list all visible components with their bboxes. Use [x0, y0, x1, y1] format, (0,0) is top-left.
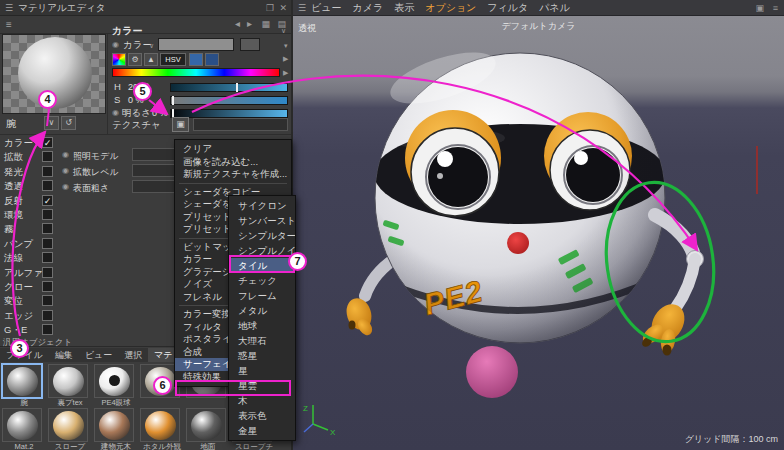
- viewport-menu-パネル[interactable]: パネル: [539, 0, 570, 16]
- viewport-menu-icon[interactable]: ☰: [298, 0, 306, 16]
- channel-checkbox-透過[interactable]: [42, 180, 53, 191]
- material-thumbnail-スロープ[interactable]: [48, 408, 88, 442]
- panel-menu-icon[interactable]: ☰: [5, 0, 13, 16]
- menu-item-画像を読み込む...[interactable]: 画像を読み込む...: [175, 156, 291, 169]
- channel-checkbox-アルファ[interactable]: [42, 267, 53, 278]
- submenu-item-チェック[interactable]: チェック: [229, 273, 295, 288]
- toolbar-menu-icon[interactable]: ≡: [6, 16, 12, 34]
- hue-slider[interactable]: [170, 83, 288, 92]
- submenu-item-サイクロン[interactable]: サイクロン: [229, 198, 295, 213]
- browser-tab-ビュー[interactable]: ビュー: [79, 348, 118, 362]
- browser-tab-選択[interactable]: 選択: [118, 348, 148, 362]
- expand-right-icon[interactable]: ▶: [283, 55, 288, 63]
- material-thumbnail-cell: スロープ: [48, 408, 92, 450]
- section-collapse-icon[interactable]: ∨: [281, 27, 286, 35]
- viewport-menu-ビュー[interactable]: ビュー: [311, 0, 341, 16]
- channel-checkbox-環境[interactable]: [42, 209, 53, 220]
- viewport-menu-オプション[interactable]: オプション: [425, 0, 476, 16]
- channel-checkbox-霧[interactable]: [42, 223, 53, 234]
- texture-picker-button[interactable]: ▣: [172, 117, 189, 132]
- back-icon[interactable]: ◂: [235, 16, 240, 32]
- swatch-menu-icon[interactable]: ▾: [284, 42, 288, 50]
- viewport-options-icon[interactable]: ≡: [773, 0, 778, 16]
- axis-gizmo: Z X: [299, 398, 343, 442]
- annotation-badge-3: 3: [10, 339, 29, 358]
- color-swatch[interactable]: [158, 38, 234, 51]
- channel-checkbox-エッジ[interactable]: [42, 310, 53, 321]
- forward-icon[interactable]: ▸: [247, 16, 252, 32]
- robot-lower-body: [466, 346, 518, 398]
- brightness-radio-icon[interactable]: ◉: [112, 108, 119, 117]
- color-dropdown-icon[interactable]: ∨: [149, 42, 154, 50]
- robot-model: PE2: [293, 16, 784, 450]
- panel-float-icon[interactable]: ❐: [266, 0, 274, 16]
- channel-checkbox-G・E[interactable]: [42, 324, 53, 335]
- material-thumbnail-腕[interactable]: [2, 364, 42, 398]
- material-thumbnail-label: PE4眼球: [92, 398, 140, 408]
- surface-submenu: サイクロンサンバーストシンプルタービュランスシンプルノイズタイルチェックフレーム…: [228, 195, 296, 441]
- submenu-item-大理石[interactable]: 大理石: [229, 333, 295, 348]
- viewport-menu-表示[interactable]: 表示: [394, 0, 414, 16]
- color-chip[interactable]: [240, 38, 260, 51]
- channel-checkbox-法線[interactable]: [42, 252, 53, 263]
- submenu-item-金星[interactable]: 金星: [229, 423, 295, 438]
- material-refresh-icon[interactable]: ↺: [61, 116, 76, 130]
- submenu-item-メタル[interactable]: メタル: [229, 303, 295, 318]
- material-thumbnail-cell: 腕: [2, 364, 46, 406]
- viewport-3d-scene[interactable]: PE2: [293, 16, 784, 450]
- spectrum-more-icon[interactable]: ▶: [283, 69, 288, 77]
- settings-gear-icon[interactable]: ⚙: [128, 53, 142, 66]
- submenu-item-表示色[interactable]: 表示色: [229, 408, 295, 423]
- material-dropdown-icon[interactable]: ∨: [44, 116, 59, 130]
- channel-checkbox-カラー[interactable]: ✓: [42, 137, 53, 148]
- material-editor-titlebar: ☰ マテリアルエディタ ❐ ✕: [0, 0, 292, 16]
- channel-checkbox-拡散[interactable]: [42, 151, 53, 162]
- sat-slider[interactable]: [170, 96, 288, 105]
- submenu-item-フレーム[interactable]: フレーム: [229, 288, 295, 303]
- submenu-item-地球[interactable]: 地球: [229, 318, 295, 333]
- material-thumbnail-ホタル外観[interactable]: [140, 408, 180, 442]
- viewport-menu: ビューカメラ表示オプションフィルタパネル: [311, 0, 581, 16]
- palette-button-1[interactable]: [189, 53, 203, 66]
- viewport-menu-フィルタ[interactable]: フィルタ: [487, 0, 528, 16]
- material-thumbnail-PE4眼球[interactable]: [94, 364, 134, 398]
- color-wheel-icon[interactable]: [112, 53, 126, 66]
- viewport-panel-icon[interactable]: ▣: [755, 0, 764, 16]
- radio-icon[interactable]: ◉: [62, 166, 69, 175]
- channel-checkbox-グロー[interactable]: [42, 281, 53, 292]
- grid-view-icon[interactable]: ▦: [261, 16, 270, 32]
- submenu-item-シンプルタービュランス[interactable]: シンプルタービュランス: [229, 228, 295, 243]
- channel-checkbox-変位[interactable]: [42, 295, 53, 306]
- robot-head: PE2: [374, 42, 666, 343]
- channel-checkbox-反射[interactable]: ✓: [42, 195, 53, 206]
- material-thumbnail-地面[interactable]: [186, 408, 226, 442]
- material-thumbnail-label: ホタル外観: [138, 442, 186, 450]
- radio-icon[interactable]: ◉: [62, 150, 69, 159]
- browser-tab-編集[interactable]: 編集: [49, 348, 79, 362]
- material-thumbnail-Mat.2[interactable]: [2, 408, 42, 442]
- material-thumbnail-建物元木[interactable]: [94, 408, 134, 442]
- menu-item-新規テクスチャを作成...[interactable]: 新規テクスチャを作成...: [175, 168, 291, 181]
- channel-checkbox-発光[interactable]: [42, 166, 53, 177]
- material-editor-toolbar: ≡ ◂ ▸ ▦ ▤: [0, 16, 292, 34]
- radio-icon[interactable]: ◉: [62, 182, 69, 191]
- robot-left-arm: [343, 256, 399, 338]
- hsv-mode-button[interactable]: HSV: [160, 53, 186, 66]
- channel-row: アルファ: [0, 266, 106, 280]
- annotation-box-surface: [175, 380, 291, 396]
- material-thumbnail-裏プtex[interactable]: [48, 364, 88, 398]
- color-radio-icon[interactable]: ◉: [112, 40, 119, 49]
- submenu-item-星[interactable]: 星: [229, 363, 295, 378]
- texture-slot[interactable]: [193, 118, 288, 131]
- menu-item-クリア[interactable]: クリア: [175, 143, 291, 156]
- panel-close-icon[interactable]: ✕: [279, 0, 287, 16]
- triangle-picker-icon[interactable]: ▲: [144, 53, 158, 66]
- palette-button-2[interactable]: [205, 53, 219, 66]
- projection-label: 透視: [298, 22, 316, 35]
- submenu-item-惑星[interactable]: 惑星: [229, 348, 295, 363]
- hue-spectrum-bar[interactable]: [112, 68, 280, 77]
- material-thumbnail-cell: PE4眼球: [94, 364, 138, 406]
- submenu-item-サンバースト[interactable]: サンバースト: [229, 213, 295, 228]
- viewport-menu-カメラ[interactable]: カメラ: [352, 0, 383, 16]
- channel-checkbox-バンプ[interactable]: [42, 238, 53, 249]
